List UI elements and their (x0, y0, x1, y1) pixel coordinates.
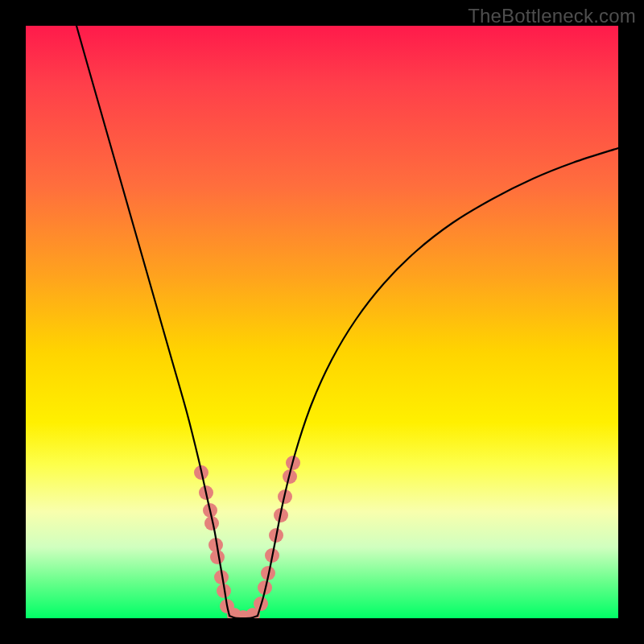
watermark-text: TheBottleneck.com (468, 5, 636, 27)
scatter-overlay (194, 456, 300, 618)
curve-right (258, 148, 618, 616)
chart-frame: TheBottleneck.com (0, 0, 644, 644)
plot-area (26, 26, 618, 618)
chart-svg (26, 26, 618, 618)
